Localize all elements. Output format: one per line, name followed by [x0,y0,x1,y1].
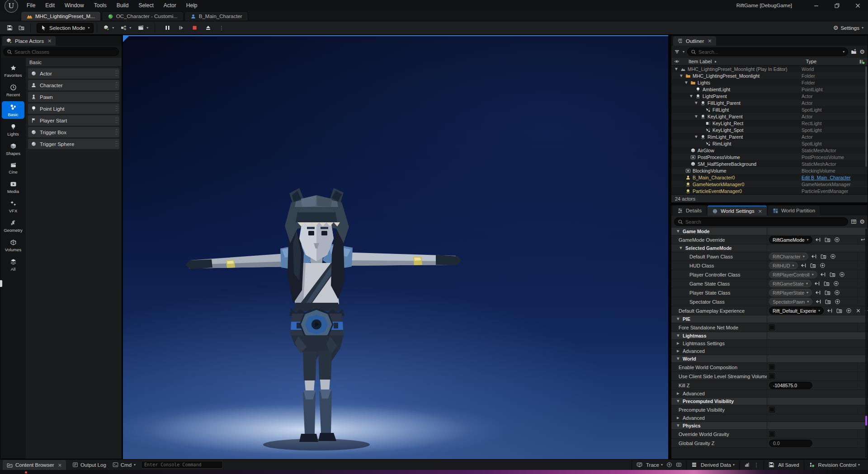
actor-label[interactable]: B_Main_Character0 [693,175,735,180]
console-command-input[interactable] [141,461,223,469]
category-volumes[interactable]: Volumes [2,237,24,254]
column-type[interactable]: Type [806,59,816,64]
plus-asset-icon[interactable] [833,289,840,296]
checkbox[interactable] [769,407,775,413]
place-actor-character[interactable]: Character [28,80,119,90]
menu-select[interactable]: Select [133,0,158,11]
actor-label[interactable]: GameNetworkManager0 [693,182,744,187]
use-asset-icon[interactable] [815,298,822,305]
category-recent[interactable]: Recent [2,82,24,99]
actor-label[interactable]: RimLight_Parent [708,134,743,140]
section-header[interactable]: ▼Game Mode [671,228,868,235]
use-asset-icon[interactable] [814,280,821,287]
browse-asset-icon[interactable] [823,280,830,287]
collapsed-category[interactable]: ▶Advanced [671,347,868,355]
outliner-row[interactable]: ▼ RimLight_Parent Actor [671,133,868,140]
performance-icon[interactable] [744,462,750,468]
use-asset-icon[interactable] [800,262,807,269]
outliner-row[interactable]: ▼ LightParent Actor [671,93,868,99]
details-scrollbar-thumb[interactable] [865,416,867,426]
filter-icon[interactable] [674,49,680,55]
outliner-row[interactable]: B_Main_Character0 Edit B_Main_Character [671,174,868,181]
place-actor-pawn[interactable]: Pawn [28,92,119,102]
actor-label[interactable]: AirGlow [698,148,714,153]
browse-asset-icon[interactable] [835,307,843,314]
plus-asset-icon[interactable] [834,236,841,244]
plus-asset-icon[interactable] [819,262,826,269]
actor-label[interactable]: MHC_LightingPreset_Moonlight (Play In Ed… [688,66,788,72]
outliner-row[interactable]: ▼ KeyLight_Parent Actor [671,113,868,120]
menu-tools[interactable]: Tools [89,0,112,11]
outliner-row[interactable]: GameNetworkManager0 GameNetworkManager [671,181,868,188]
actor-label[interactable]: RimLight [712,141,731,146]
use-asset-icon[interactable] [820,271,827,278]
place-actor-trigger-sphere[interactable]: Trigger Sphere [28,139,119,149]
details-settings-gear-icon[interactable]: ⚙ [859,219,865,225]
new-folder-icon[interactable] [851,49,857,55]
category-shapes[interactable]: Shapes [2,141,24,158]
selection-mode-dropdown[interactable]: Selection Mode ▾ [37,23,94,33]
chevron-down-icon[interactable]: ▾ [683,50,684,54]
blueprints-button[interactable] [118,23,129,33]
sort-ascending-icon[interactable]: ▴ [714,60,716,63]
frame-skip-button[interactable] [175,23,187,33]
outliner-row[interactable]: KeyLight_Rect RectLight [671,120,868,127]
outliner-settings-gear-icon[interactable]: ⚙ [859,49,865,55]
outliner-row[interactable]: ▼ FillLight_Parent Actor [671,99,868,106]
output-log-drawer[interactable]: Output Log [72,462,106,468]
details-search-box[interactable] [674,217,848,226]
display-filter-icon[interactable] [851,219,857,225]
number-input[interactable]: -1048575.0 [769,382,812,389]
browse-asset-icon[interactable] [824,289,831,296]
actor-label[interactable]: ParticleEventManager0 [693,188,742,194]
plus-asset-icon[interactable] [830,253,837,260]
browse-asset-icon[interactable] [824,236,831,244]
trace-button[interactable]: Trace ▾ [646,462,663,468]
expander-arrow-icon[interactable]: ▼ [694,135,698,139]
outliner-search-box[interactable]: ▾ [687,47,848,56]
visibility-eye-icon[interactable] [674,59,679,64]
reset-to-default-icon[interactable]: ↩ [861,237,865,242]
place-actor-point-light[interactable]: Point Light [28,103,119,114]
asset-tab-2[interactable]: B_Main_Character [184,11,248,21]
revision-control-button[interactable]: Revision Control ▾ [818,462,860,468]
menu-help[interactable]: Help [181,0,203,11]
restore-button[interactable] [826,0,847,11]
plus-asset-icon[interactable] [839,271,846,278]
place-actor-trigger-box[interactable]: Trigger Box [28,127,119,137]
outliner-row[interactable]: SM_HalfSphereBackground StaticMeshActor [671,160,868,167]
menu-build[interactable]: Build [112,0,134,11]
level-viewport[interactable] [123,35,668,459]
browse-asset-icon[interactable] [824,298,831,305]
class-dropdown[interactable]: RiftHUD▾ [769,262,798,269]
category-cine[interactable]: Cine [2,160,24,176]
outliner-row[interactable]: ▼ MHC_LightingPreset_Moonlight Folder [671,72,868,79]
x-asset-icon[interactable] [854,307,862,314]
actor-label[interactable]: LightParent [703,94,727,99]
search-classes-box[interactable] [3,47,119,56]
plus-asset-icon[interactable] [833,280,840,287]
menu-edit[interactable]: Edit [40,0,60,11]
class-dropdown[interactable]: Rift_Default_Experier▾ [769,307,824,314]
close-icon[interactable]: × [47,38,52,43]
use-asset-icon[interactable] [811,253,818,260]
stop-button[interactable] [189,23,200,33]
class-dropdown[interactable]: RiftPlayerControll▾ [769,271,817,278]
class-dropdown[interactable]: RiftGameState▾ [769,280,811,287]
section-header[interactable]: ▼Lightmass [671,332,868,340]
save-icon[interactable] [4,23,15,33]
category-vfx[interactable]: VFX [2,198,24,215]
actor-label[interactable]: FillLight_Parent [708,100,741,106]
menu-window[interactable]: Window [60,0,89,11]
browse-content-icon[interactable] [15,23,27,33]
category-favorites[interactable]: Favorites [2,62,24,80]
section-header[interactable]: ▼World [671,355,868,363]
cinematics-button[interactable] [135,23,146,33]
plus-asset-icon[interactable] [834,298,841,305]
tab-place-actors[interactable]: Place Actors × [2,36,56,46]
expander-arrow-icon[interactable]: ▼ [694,101,698,105]
checkbox[interactable] [769,324,775,330]
asset-tab-0[interactable]: MHC_LightingPreset_M... [21,11,101,21]
outliner-row[interactable]: AirGlow StaticMeshActor [671,147,868,154]
class-dropdown[interactable]: RiftCharacter▾ [769,253,808,260]
